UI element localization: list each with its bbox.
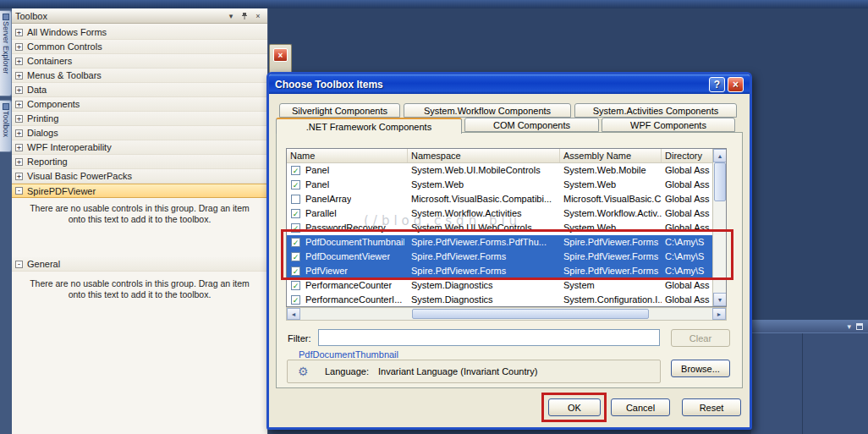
toolbox-group-containers[interactable]: +Containers (12, 54, 267, 69)
column-header-name[interactable]: Name (287, 149, 408, 162)
toolbox-group-data[interactable]: +Data (12, 83, 267, 97)
reset-button[interactable]: Reset (682, 398, 741, 416)
scrollbar-thumb[interactable] (714, 162, 726, 201)
toolbox-group-reporting[interactable]: +Reporting (12, 155, 267, 169)
row-checkbox[interactable]: ✓ (291, 209, 300, 218)
expand-icon[interactable]: + (15, 129, 23, 137)
column-header-assembly[interactable]: Assembly Name (560, 149, 662, 162)
column-header-namespace[interactable]: Namespace (408, 149, 560, 162)
scroll-up-icon[interactable]: ▲ (713, 149, 727, 162)
filter-input[interactable] (318, 329, 660, 346)
toolbox-group-all-windows-forms[interactable]: +All Windows Forms (12, 25, 267, 40)
tab-system-workflow-components[interactable]: System.Workflow Components (404, 103, 571, 118)
scroll-right-icon[interactable]: ► (712, 308, 726, 320)
expand-icon[interactable]: + (15, 72, 23, 80)
pin-icon[interactable] (239, 10, 250, 21)
expand-icon[interactable]: - (15, 261, 23, 268)
toolbox-group-label: Reporting (27, 157, 68, 167)
cancel-button[interactable]: Cancel (611, 398, 670, 416)
window-menu-icon[interactable]: ▾ (225, 10, 237, 21)
row-checkbox[interactable]: ✓ (291, 295, 300, 305)
tab-wpf-components[interactable]: WPF Components (602, 118, 735, 132)
cell-directory: Global Ass (662, 163, 712, 178)
browse-button[interactable]: Browse... (671, 360, 730, 377)
row-checkbox[interactable] (291, 195, 300, 204)
cell-assembly: System (560, 278, 662, 293)
cell-namespace: Microsoft.VisualBasic.Compatibi... (408, 192, 560, 206)
window-icon[interactable] (856, 323, 863, 330)
expand-icon[interactable]: + (15, 115, 23, 123)
sidebar-item-server-explorer[interactable]: Server Explorer (0, 10, 12, 96)
column-header-directory[interactable]: Directory (662, 149, 712, 162)
table-row[interactable]: ✓PasswordRecoverySystem.Web.UI.WebContro… (287, 221, 712, 235)
close-icon[interactable]: × (273, 48, 288, 62)
toolbox-group-label: Menus & Toolbars (27, 70, 102, 80)
row-checkbox[interactable]: ✓ (291, 238, 300, 247)
chevron-down-icon[interactable]: ▾ (847, 322, 851, 331)
note-line: There are no usable controls in this gro… (19, 203, 261, 214)
table-row[interactable]: ✓PanelSystem.WebSystem.WebGlobal Ass (287, 178, 712, 192)
toolbox-group-label: Common Controls (27, 41, 102, 52)
table-row[interactable]: ✓PanelSystem.Web.UI.MobileControlsSystem… (287, 163, 712, 178)
cell-directory: Global Ass (662, 221, 712, 235)
server-explorer-label: Server Explorer (2, 21, 10, 74)
expand-icon[interactable]: + (15, 158, 23, 166)
expand-icon[interactable]: + (15, 58, 23, 65)
expand-icon[interactable]: + (15, 144, 23, 151)
toolbox-icon (3, 103, 9, 110)
clear-button[interactable]: Clear (671, 329, 730, 347)
expand-icon[interactable]: + (15, 86, 23, 94)
close-icon[interactable]: × (728, 77, 744, 92)
toolbox-titlebar: Toolbox ▾ × (12, 8, 267, 24)
table-row[interactable]: ✓PdfDocumentThumbnailSpire.PdfViewer.For… (287, 235, 712, 250)
tab-system-activities-components[interactable]: System.Activities Components (574, 103, 737, 118)
toolbox-group-menus-toolbars[interactable]: +Menus & Toolbars (12, 69, 267, 83)
dialog-titlebar[interactable]: Choose Toolbox Items ? × (269, 74, 750, 94)
cell-name: ✓PerformanceCounterI... (287, 293, 408, 307)
table-row[interactable]: ✓PdfDocumentViewerSpire.PdfViewer.FormsS… (287, 250, 712, 264)
docked-panel-titlebar: ▾ (751, 320, 868, 332)
scrollbar-thumb[interactable] (412, 309, 649, 319)
toolbox-group-components[interactable]: +Components (12, 97, 267, 112)
toolbox-group-common-controls[interactable]: +Common Controls (12, 40, 267, 54)
tab-silverlight-components[interactable]: Silverlight Components (279, 103, 400, 118)
expand-icon[interactable]: - (15, 187, 23, 195)
toolbox-group-spirepdfviewer[interactable]: -SpirePDFViewer (12, 184, 267, 198)
sidebar-item-toolbox[interactable]: Toolbox (0, 100, 12, 152)
expand-icon[interactable]: + (15, 29, 23, 36)
toolbox-group-visual-basic-powerpacks[interactable]: +Visual Basic PowerPacks (12, 169, 267, 184)
toolbox-group-dialogs[interactable]: +Dialogs (12, 126, 267, 140)
cell-directory: Global Ass (662, 192, 712, 206)
row-checkbox[interactable]: ✓ (291, 166, 300, 175)
expand-icon[interactable]: + (15, 173, 23, 180)
table-row[interactable]: ✓PerformanceCounterI...System.Diagnostic… (287, 293, 712, 307)
cell-assembly: Spire.PdfViewer.Forms ... (560, 250, 662, 264)
horizontal-scrollbar[interactable]: ◄ ► (286, 307, 727, 321)
tab-com-components[interactable]: COM Components (464, 118, 599, 132)
vertical-scrollbar[interactable]: ▲ ▼ (712, 149, 726, 306)
close-icon[interactable]: × (252, 10, 264, 21)
row-checkbox[interactable]: ✓ (291, 180, 300, 190)
table-row[interactable]: PanelArrayMicrosoft.VisualBasic.Compatib… (287, 192, 712, 206)
expand-icon[interactable]: + (15, 101, 23, 108)
scroll-down-icon[interactable]: ▼ (713, 293, 727, 306)
ok-button[interactable]: OK (548, 398, 601, 416)
help-icon[interactable]: ? (709, 77, 725, 92)
table-row[interactable]: ✓PerformanceCounterSystem.DiagnosticsSys… (287, 278, 712, 293)
component-name: Panel (305, 163, 329, 178)
table-row[interactable]: ✓ParallelSystem.Workflow.ActivitiesSyste… (287, 206, 712, 221)
expand-icon[interactable]: + (15, 43, 23, 51)
cell-name: ✓PasswordRecovery (287, 221, 408, 235)
scroll-left-icon[interactable]: ◄ (287, 308, 300, 320)
docked-panel (751, 332, 868, 434)
row-checkbox[interactable]: ✓ (291, 223, 300, 233)
row-checkbox[interactable]: ✓ (291, 252, 300, 261)
toolbox-group-wpf-interoperability[interactable]: +WPF Interoperability (12, 140, 267, 155)
table-row[interactable]: ✓PdfViewerSpire.PdfViewer.FormsSpire.Pdf… (287, 264, 712, 278)
row-checkbox[interactable]: ✓ (291, 266, 300, 276)
row-checkbox[interactable]: ✓ (291, 281, 300, 290)
cell-assembly: System.Web (560, 221, 662, 235)
toolbox-group-general[interactable]: - General (12, 257, 267, 272)
tab-net-framework-components[interactable]: .NET Framework Components (276, 118, 462, 134)
toolbox-group-printing[interactable]: +Printing (12, 112, 267, 126)
